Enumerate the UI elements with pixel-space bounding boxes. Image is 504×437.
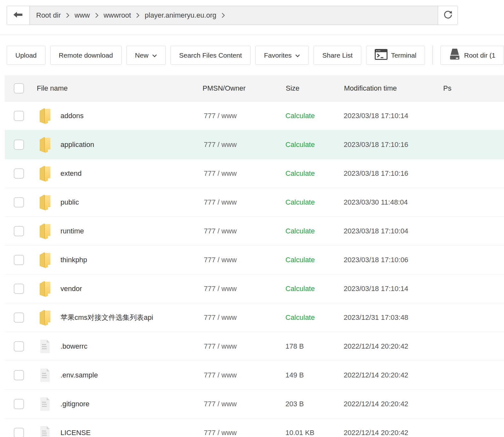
file-name-link[interactable]: 苹果cms对接文件选集列表api xyxy=(60,313,153,322)
file-name-cell: LICENSE xyxy=(33,426,197,437)
table-row[interactable]: thinkphp 777 / www Calculate 2023/03/18 … xyxy=(5,246,504,274)
table-row[interactable]: .bowerrc 777 / www 178 B 2022/12/14 20:2… xyxy=(5,332,504,361)
pmsn-owner-cell: 777 / www xyxy=(197,112,281,120)
table-row[interactable]: application 777 / www Calculate 2023/03/… xyxy=(5,130,504,159)
file-size-text: 203 B xyxy=(285,400,304,408)
row-checkbox[interactable] xyxy=(14,341,24,352)
refresh-button[interactable] xyxy=(438,6,458,25)
chevron-right-icon xyxy=(95,12,99,18)
upload-button[interactable]: Upload xyxy=(7,46,45,65)
file-icon xyxy=(39,397,51,411)
share-list-button[interactable]: Share List xyxy=(314,46,361,65)
file-name-link[interactable]: addons xyxy=(60,112,84,120)
new-button[interactable]: New xyxy=(126,46,166,65)
file-name-link[interactable]: .bowerrc xyxy=(60,342,87,351)
table-row[interactable]: runtime 777 / www Calculate 2023/03/18 1… xyxy=(5,217,504,246)
table-row[interactable]: addons 777 / www Calculate 2023/03/18 17… xyxy=(5,101,504,130)
select-all-checkbox[interactable] xyxy=(14,83,24,93)
file-name-link[interactable]: application xyxy=(60,141,94,149)
file-name-link[interactable]: .gitignore xyxy=(60,400,90,408)
row-checkbox[interactable] xyxy=(14,284,24,294)
file-name-link[interactable]: vendor xyxy=(60,285,82,293)
calculate-size-link[interactable]: Calculate xyxy=(285,112,315,120)
size-cell: 178 B xyxy=(281,342,339,351)
root-dir-button-label: Root dir (1 xyxy=(464,52,495,59)
favorites-button[interactable]: Favorites xyxy=(255,46,309,65)
breadcrumb-item-www[interactable]: www xyxy=(75,11,90,20)
pmsn-owner-cell: 777 / www xyxy=(197,371,281,379)
pmsn-owner-cell: 777 / www xyxy=(197,141,281,149)
row-checkbox[interactable] xyxy=(14,226,24,236)
row-checkbox-cell xyxy=(5,140,33,150)
row-checkbox-cell xyxy=(5,197,33,207)
file-name-link[interactable]: LICENSE xyxy=(60,429,91,437)
remote-download-button[interactable]: Remote download xyxy=(50,46,122,65)
file-name-cell: .bowerrc xyxy=(33,339,197,353)
modification-time-cell: 2023/03/18 17:10:16 xyxy=(339,169,437,178)
table-row[interactable]: .gitignore 777 / www 203 B 2022/12/14 20… xyxy=(5,390,504,418)
modification-time-cell: 2022/12/14 20:20:42 xyxy=(339,371,437,379)
search-files-content-button[interactable]: Search Files Content xyxy=(171,46,251,65)
calculate-size-link[interactable]: Calculate xyxy=(285,198,315,206)
row-checkbox[interactable] xyxy=(14,197,24,207)
pmsn-owner-cell: 777 / www xyxy=(197,169,281,178)
pmsn-owner-cell: 777 / www xyxy=(197,285,281,293)
modification-time-cell: 2023/03/18 17:10:06 xyxy=(339,256,437,264)
row-checkbox[interactable] xyxy=(14,428,24,437)
file-name-link[interactable]: thinkphp xyxy=(60,256,87,264)
file-name-cell: runtime xyxy=(33,223,197,239)
file-name-cell: thinkphp xyxy=(33,252,197,268)
file-name-cell: .env.sample xyxy=(33,368,197,382)
file-table-header: File name PMSN/Owner Size Modification t… xyxy=(5,75,504,101)
calculate-size-link[interactable]: Calculate xyxy=(285,227,315,235)
table-row[interactable]: extend 777 / www Calculate 2023/03/18 17… xyxy=(5,159,504,188)
table-row[interactable]: LICENSE 777 / www 10.01 KB 2022/12/14 20… xyxy=(5,418,504,437)
modification-time-cell: 2023/03/18 17:10:16 xyxy=(339,141,437,149)
table-row[interactable]: public 777 / www Calculate 2023/03/30 11… xyxy=(5,188,504,217)
search-files-content-label: Search Files Content xyxy=(179,52,242,59)
row-checkbox[interactable] xyxy=(14,399,24,409)
table-row[interactable]: 苹果cms对接文件选集列表api 777 / www Calculate 202… xyxy=(5,303,504,332)
row-checkbox[interactable] xyxy=(14,168,24,179)
breadcrumb-item-site[interactable]: player.animeryu.eu.org xyxy=(145,11,216,20)
calculate-size-link[interactable]: Calculate xyxy=(285,169,315,177)
row-checkbox[interactable] xyxy=(14,370,24,380)
calculate-size-link[interactable]: Calculate xyxy=(285,285,315,293)
back-button[interactable] xyxy=(7,6,30,25)
breadcrumb-item-wwwroot[interactable]: wwwroot xyxy=(104,11,131,20)
file-name-link[interactable]: .env.sample xyxy=(60,371,98,379)
calculate-size-link[interactable]: Calculate xyxy=(285,141,315,149)
row-checkbox[interactable] xyxy=(14,255,24,265)
file-size-text: 178 B xyxy=(285,342,304,350)
calculate-size-link[interactable]: Calculate xyxy=(285,313,315,321)
breadcrumb-item-root[interactable]: Root dir xyxy=(36,11,61,20)
file-name-link[interactable]: public xyxy=(60,198,79,206)
terminal-button[interactable]: Terminal xyxy=(366,46,425,65)
file-icon xyxy=(39,426,51,437)
chevron-right-icon xyxy=(221,12,225,18)
row-checkbox-cell xyxy=(5,111,33,121)
folder-icon xyxy=(39,194,51,211)
calculate-size-link[interactable]: Calculate xyxy=(285,256,315,264)
row-checkbox[interactable] xyxy=(14,140,24,150)
pmsn-owner-cell: 777 / www xyxy=(197,227,281,235)
modification-time-cell: 2023/12/31 17:03:48 xyxy=(339,313,437,322)
table-row[interactable]: vendor 777 / www Calculate 2023/03/18 17… xyxy=(5,274,504,303)
file-name-cell: application xyxy=(33,136,197,153)
file-icon xyxy=(39,339,51,353)
row-checkbox[interactable] xyxy=(14,312,24,323)
row-checkbox[interactable] xyxy=(14,111,24,121)
size-cell: Calculate xyxy=(281,141,339,149)
pmsn-owner-cell: 777 / www xyxy=(197,256,281,264)
folder-icon xyxy=(39,223,51,239)
root-dir-button[interactable]: Root dir (1 xyxy=(440,46,504,65)
table-row[interactable]: .env.sample 777 / www 149 B 2022/12/14 2… xyxy=(5,361,504,390)
share-list-button-label: Share List xyxy=(322,52,353,59)
chevron-down-icon xyxy=(152,52,157,59)
file-size-text: 10.01 KB xyxy=(285,429,315,437)
folder-icon xyxy=(39,280,51,297)
row-checkbox-cell xyxy=(5,370,33,380)
file-name-link[interactable]: runtime xyxy=(60,227,84,235)
file-name-cell: public xyxy=(33,194,197,211)
file-name-link[interactable]: extend xyxy=(60,169,82,178)
